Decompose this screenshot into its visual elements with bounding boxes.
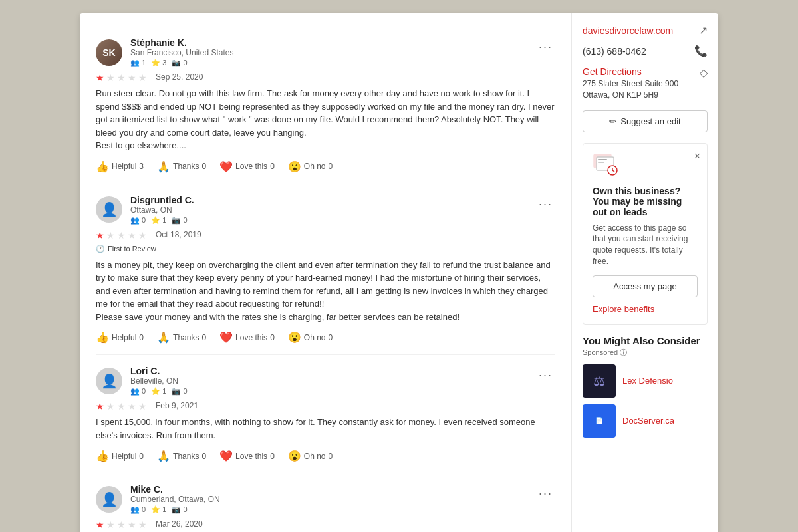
directions-icon[interactable]: ◇	[700, 66, 708, 79]
reaction-label: Thanks	[173, 452, 199, 461]
review-header: 👤 Disgruntled C. Ottawa, ON 👥 0 ⭐ 1 📷 0 …	[96, 195, 555, 225]
biz-card-lex-defensio[interactable]: ⚖ Lex Defensio	[583, 364, 708, 398]
star-empty: ★	[106, 230, 116, 239]
avatar: 👤	[96, 486, 122, 513]
star-filled: ★	[96, 401, 105, 410]
reactions-bar: 👍 Helpful 3 🙏 Thanks 0 ❤️ Love this 0 😮 …	[96, 160, 555, 173]
lex-defensio-name: Lex Defensio	[622, 376, 673, 386]
star-filled: ★	[96, 72, 105, 82]
explore-benefits-link[interactable]: Explore benefits	[593, 304, 654, 314]
stars-date-row: ★★★★★ Mar 26, 2020	[96, 519, 555, 529]
reactions-bar: 👍 Helpful 0 🙏 Thanks 0 ❤️ Love this 0 😮 …	[96, 331, 555, 344]
stat-photos: 📷 0	[172, 59, 187, 67]
sponsored-label: Sponsored ⓘ	[583, 348, 708, 358]
lex-defensio-thumbnail: ⚖	[583, 364, 616, 398]
consider-title: You Might Also Consider	[583, 335, 708, 346]
reaction-icon: 🙏	[157, 331, 170, 344]
reaction-oh-no[interactable]: 😮 Oh no 0	[288, 160, 332, 173]
star-empty: ★	[128, 519, 137, 529]
website-link[interactable]: daviesdivorcelaw.com	[583, 25, 673, 36]
info-icon: ⓘ	[620, 348, 627, 356]
avatar-generic: 👤	[96, 368, 122, 394]
reviewer-location: San Francisco, United States	[130, 48, 233, 57]
directions-link[interactable]: Get Directions	[583, 66, 694, 77]
avatar-generic: 👤	[96, 486, 122, 513]
docserver-thumbnail: 📄	[583, 404, 616, 438]
reaction-thanks[interactable]: 🙏 Thanks 0	[157, 331, 206, 344]
reviewer-stats: 👥 0 ⭐ 1 📷 0	[130, 387, 188, 396]
avatar: SK	[96, 39, 122, 66]
reaction-love-this[interactable]: ❤️ Love this 0	[219, 331, 275, 344]
stat-reviews: ⭐ 1	[151, 387, 166, 396]
reviewer-info: Stéphanie K. San Francisco, United State…	[130, 37, 233, 67]
reaction-helpful[interactable]: 👍 Helpful 0	[96, 450, 144, 462]
stat-photos: 📷 0	[172, 505, 187, 514]
reviewer-location: Belleville, ON	[130, 376, 188, 386]
star-empty: ★	[106, 519, 116, 529]
reviewer-stats: 👥 1 ⭐ 3 📷 0	[130, 59, 233, 67]
stat-reviews: ⭐ 1	[151, 505, 166, 514]
review-text: Run steer clear. Do not go with this law…	[96, 87, 555, 152]
reaction-thanks[interactable]: 🙏 Thanks 0	[157, 450, 206, 462]
reaction-oh-no[interactable]: 😮 Oh no 0	[288, 331, 332, 344]
reviewer-name: Disgruntled C.	[130, 195, 194, 205]
you-might-also-consider-section: You Might Also Consider Sponsored ⓘ ⚖ Le…	[583, 335, 708, 438]
star-empty: ★	[128, 401, 137, 410]
reaction-love-this[interactable]: ❤️ Love this 0	[219, 160, 275, 173]
reaction-icon: 😮	[288, 450, 301, 462]
reaction-helpful[interactable]: 👍 Helpful 3	[96, 160, 144, 173]
reaction-icon: 👍	[96, 331, 109, 344]
directions-address: 275 Slater Street Suite 900 Ottawa, ON K…	[583, 78, 694, 101]
reaction-count: 0	[201, 333, 206, 342]
reaction-love-this[interactable]: ❤️ Love this 0	[219, 450, 275, 462]
star-empty: ★	[128, 230, 137, 239]
more-options-button[interactable]: ···	[536, 195, 555, 214]
more-options-button[interactable]: ···	[536, 37, 555, 57]
reaction-label: Thanks	[173, 162, 199, 171]
reaction-label: Oh no	[304, 452, 326, 461]
reaction-count: 0	[139, 452, 144, 461]
external-link-icon[interactable]: ↗	[699, 24, 708, 37]
reaction-count: 0	[270, 452, 275, 461]
reaction-icon: 🙏	[157, 450, 170, 462]
star-empty: ★	[128, 72, 137, 82]
review-date: Sep 25, 2020	[156, 72, 203, 82]
biz-card-docserver[interactable]: 📄 DocServer.ca	[583, 404, 708, 438]
star-empty: ★	[117, 519, 126, 529]
directions-section: Get Directions 275 Slater Street Suite 9…	[583, 66, 708, 101]
promo-close-button[interactable]: ×	[694, 150, 700, 162]
reaction-label: Love this	[235, 333, 267, 342]
suggest-edit-button[interactable]: ✏ Suggest an edit	[583, 110, 708, 132]
review-date: Feb 9, 2021	[156, 401, 198, 410]
review-date: Mar 26, 2020	[156, 519, 203, 529]
reviewer-name: Mike C.	[130, 484, 220, 495]
reviewer-info: Lori C. Belleville, ON 👥 0 ⭐ 1 📷 0	[130, 366, 188, 396]
phone-row: (613) 688-0462 📞	[583, 45, 708, 57]
promo-card: × Own this business? You may be missing …	[583, 143, 708, 325]
more-options-button[interactable]: ···	[536, 484, 555, 503]
star-empty: ★	[138, 519, 148, 529]
review-header: SK Stéphanie K. San Francisco, United St…	[96, 37, 555, 67]
reaction-oh-no[interactable]: 😮 Oh no 0	[288, 450, 332, 462]
reaction-icon: 😮	[288, 331, 301, 344]
first-review-badge: 🕐First to Review	[96, 245, 555, 253]
review-text: Its a money pit, they keep on overchargi…	[96, 259, 555, 324]
reaction-count: 0	[329, 452, 333, 461]
lex-defensio-thumb-image: ⚖	[583, 364, 616, 398]
star-empty: ★	[106, 401, 116, 410]
right-panel: daviesdivorcelaw.com ↗ (613) 688-0462 📞 …	[572, 13, 718, 532]
phone-icon[interactable]: 📞	[694, 45, 708, 57]
phone-number: (613) 688-0462	[583, 46, 646, 57]
reaction-helpful[interactable]: 👍 Helpful 0	[96, 331, 144, 344]
more-options-button[interactable]: ···	[536, 366, 555, 385]
reaction-thanks[interactable]: 🙏 Thanks 0	[157, 160, 206, 173]
reaction-icon: 👍	[96, 450, 109, 462]
stat-friends: 👥 0	[130, 505, 146, 514]
reaction-label: Thanks	[173, 333, 199, 342]
review-item-2: 👤 Disgruntled C. Ottawa, ON 👥 0 ⭐ 1 📷 0 …	[96, 184, 555, 356]
reviewer-location: Ottawa, ON	[130, 205, 194, 215]
access-page-button[interactable]: Access my page	[593, 275, 698, 297]
reaction-label: Oh no	[304, 162, 326, 171]
star-empty: ★	[117, 230, 126, 239]
first-review-label: First to Review	[108, 245, 156, 253]
